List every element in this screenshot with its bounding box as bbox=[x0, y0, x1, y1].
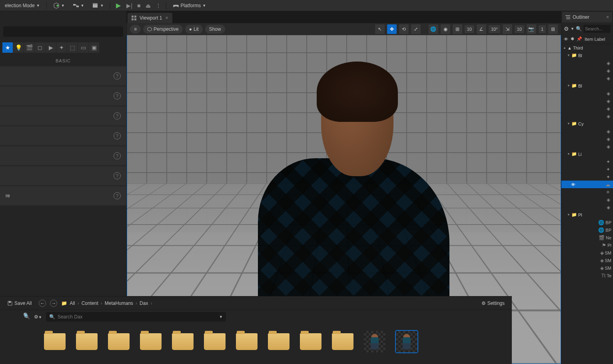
pin-icon[interactable]: 📌 bbox=[577, 36, 582, 42]
outliner-item[interactable]: 🎬Ne bbox=[561, 234, 613, 241]
filter-icon[interactable]: ⚙ bbox=[564, 26, 569, 32]
category-volumes[interactable]: ⬚ bbox=[67, 42, 78, 53]
outliner-folder[interactable]: ▼📁Li bbox=[561, 150, 613, 158]
angle-snap-value[interactable]: 10° bbox=[489, 25, 500, 33]
play-button[interactable]: ▶ bbox=[114, 1, 123, 10]
folder-thumbnail[interactable] bbox=[204, 333, 226, 350]
eject-button[interactable]: ⏏ bbox=[144, 2, 152, 10]
folder-thumbnail[interactable] bbox=[300, 333, 321, 350]
outliner-folder[interactable]: ▼📁Cy bbox=[561, 120, 613, 127]
settings-button[interactable]: ⚙ Settings bbox=[478, 299, 508, 308]
outliner-folder[interactable]: ▼📁Bl bbox=[561, 52, 613, 59]
actor-row[interactable]: ? bbox=[0, 126, 126, 145]
translate-tool[interactable]: ✥ bbox=[387, 24, 397, 34]
camera-speed-button[interactable]: 📷 bbox=[527, 24, 536, 34]
outliner-item[interactable]: 👁☁ bbox=[561, 181, 613, 188]
visibility-icon[interactable]: 👁 bbox=[571, 182, 575, 187]
category-lights[interactable]: 🎬 bbox=[24, 42, 34, 53]
scale-snap-value[interactable]: 10 bbox=[515, 25, 524, 33]
help-icon[interactable]: ? bbox=[114, 92, 121, 99]
close-icon[interactable]: × bbox=[165, 15, 168, 21]
help-icon[interactable]: ? bbox=[114, 132, 121, 139]
viewport-menu-button[interactable]: ≡ bbox=[130, 25, 141, 34]
asset-thumbnail[interactable] bbox=[396, 331, 417, 352]
outliner-item[interactable]: ◈ bbox=[561, 67, 613, 74]
grid-snap-toggle[interactable]: ⊞ bbox=[453, 24, 462, 34]
angle-snap-toggle[interactable]: ∠ bbox=[477, 24, 486, 34]
blueprint-button[interactable]: ▼ bbox=[70, 1, 88, 10]
visibility-column-icon[interactable]: 👁 bbox=[564, 37, 568, 42]
help-icon[interactable]: ? bbox=[114, 112, 121, 119]
surface-snap-button[interactable]: ◉ bbox=[441, 24, 450, 34]
category-misc[interactable]: ▭ bbox=[78, 42, 88, 53]
scale-tool[interactable]: ⤢ bbox=[411, 24, 421, 34]
category-cinematic[interactable]: ▶ bbox=[46, 42, 56, 53]
folder-thumbnail[interactable] bbox=[236, 333, 258, 350]
cb-search-box[interactable]: 🔍 ▼ bbox=[46, 312, 226, 322]
folder-thumbnail[interactable] bbox=[140, 333, 162, 350]
category-shapes[interactable]: ◻ bbox=[35, 42, 45, 53]
outliner-item[interactable]: ✦ bbox=[561, 158, 613, 165]
breadcrumb-item[interactable]: Dax bbox=[140, 300, 148, 306]
outliner-item[interactable]: ◈ bbox=[561, 105, 613, 112]
play-options-button[interactable]: ⋮ bbox=[154, 2, 163, 10]
camera-speed-value[interactable]: 1 bbox=[539, 25, 546, 33]
outliner-item[interactable]: ◈ bbox=[561, 203, 613, 211]
add-content-button[interactable]: ▼ bbox=[50, 1, 68, 10]
bookmark-icon[interactable]: ✱ bbox=[571, 36, 574, 42]
outliner-item[interactable]: ◈ bbox=[561, 143, 613, 150]
outliner-item[interactable]: ◈ bbox=[561, 74, 613, 82]
cb-search-input[interactable] bbox=[58, 314, 217, 320]
outliner-item[interactable]: ◈SM bbox=[561, 257, 613, 264]
outliner-item[interactable]: ✦ bbox=[561, 173, 613, 181]
category-vfx[interactable]: ✦ bbox=[56, 42, 67, 53]
outliner-item[interactable]: 🌐BP bbox=[561, 219, 613, 226]
save-all-button[interactable]: Save All bbox=[4, 299, 35, 308]
actor-row[interactable]: ? bbox=[0, 146, 126, 165]
outliner-folder[interactable]: ▼📁Pl bbox=[561, 211, 613, 219]
expand-icon[interactable]: ▼ bbox=[567, 84, 570, 88]
category-all[interactable]: ▣ bbox=[89, 42, 99, 53]
world-local-toggle[interactable]: 🌐 bbox=[429, 24, 438, 34]
close-icon[interactable]: × bbox=[606, 14, 609, 20]
breadcrumb-item[interactable]: Content bbox=[82, 300, 98, 306]
outliner-tab[interactable]: Outliner × bbox=[562, 12, 612, 22]
nav-back-button[interactable]: ← bbox=[39, 300, 46, 307]
outliner-item[interactable]: ◈ bbox=[561, 59, 613, 67]
grid-snap-value[interactable]: 10 bbox=[465, 25, 474, 33]
breadcrumb-item[interactable]: MetaHumans bbox=[105, 300, 133, 306]
selection-mode-dropdown[interactable]: election Mode ▼ bbox=[2, 1, 43, 10]
chevron-down-icon[interactable]: ▼ bbox=[219, 315, 223, 319]
actor-row[interactable]: ? bbox=[0, 86, 126, 105]
outliner-item[interactable]: ✦ bbox=[561, 165, 613, 173]
outliner-item[interactable]: ◈ bbox=[561, 135, 613, 143]
show-dropdown[interactable]: Show bbox=[205, 25, 225, 34]
actor-row[interactable]: ? bbox=[0, 106, 126, 125]
cinematics-button[interactable]: ▼ bbox=[89, 1, 107, 10]
outliner-folder[interactable]: ▼📁Bl bbox=[561, 82, 613, 90]
category-basic[interactable]: 💡 bbox=[13, 42, 24, 53]
outliner-search-input[interactable] bbox=[583, 25, 611, 33]
outliner-item[interactable]: TtTe bbox=[561, 272, 613, 279]
item-label-header[interactable]: Item Label bbox=[585, 37, 605, 42]
scale-snap-toggle[interactable]: ⇲ bbox=[503, 24, 512, 34]
outliner-item[interactable]: ⚑Pl bbox=[561, 241, 613, 249]
expand-icon[interactable]: ▼ bbox=[567, 213, 570, 217]
folder-thumbnail[interactable] bbox=[172, 333, 194, 350]
help-icon[interactable]: ? bbox=[114, 72, 121, 80]
expand-icon[interactable]: ▼ bbox=[567, 152, 570, 156]
outliner-item[interactable]: 🌐BP bbox=[561, 226, 613, 234]
viewport-tab[interactable]: Viewport 1 × bbox=[128, 13, 172, 23]
select-tool[interactable]: ↖ bbox=[375, 24, 385, 34]
outliner-item[interactable]: ☀ bbox=[561, 188, 613, 196]
breadcrumb-item[interactable]: All bbox=[70, 300, 75, 306]
nav-forward-button[interactable]: → bbox=[50, 300, 57, 307]
help-icon[interactable]: ? bbox=[114, 192, 121, 199]
lit-dropdown[interactable]: ● Lit bbox=[185, 25, 203, 34]
expand-icon[interactable]: ▼ bbox=[567, 122, 570, 125]
filter-icon[interactable]: ⚙▼ bbox=[34, 314, 42, 320]
outliner-item[interactable]: ◈SM bbox=[561, 249, 613, 257]
outliner-item[interactable]: ◈ bbox=[561, 90, 613, 97]
folder-thumbnail[interactable] bbox=[44, 333, 66, 350]
outliner-item[interactable]: ◈SM bbox=[561, 264, 613, 272]
